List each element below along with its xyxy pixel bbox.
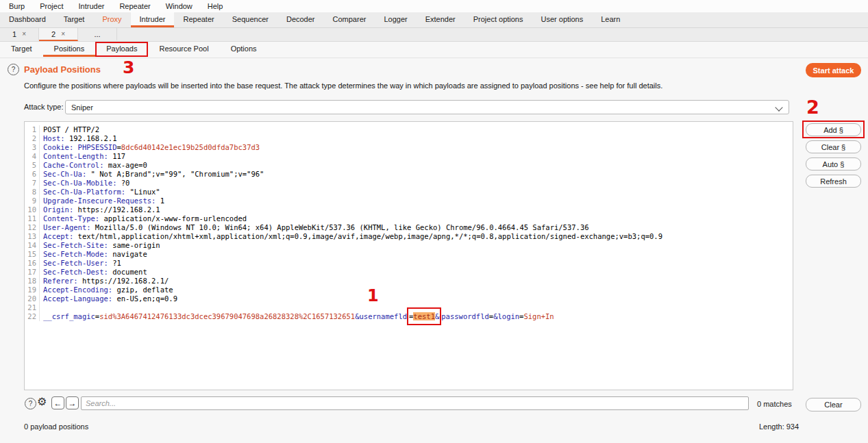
annotation-box-payload: =test1& [407,307,441,325]
main-tab-intruder[interactable]: Intruder [131,12,175,27]
line-text: Sec-Fetch-Dest: document [40,268,147,277]
section-tab-payloads[interactable]: Payloads [95,42,148,57]
line-number: 22 [25,312,40,321]
main-tab-sequencer[interactable]: Sequencer [223,12,277,27]
line-text: Sec-Fetch-Site: same-origin [40,241,160,250]
main-tab-comparer[interactable]: Comparer [324,12,375,27]
intruder-attack-tab-bar: 1×2×... [0,28,868,42]
attack-tab-2[interactable]: 2× [39,28,78,41]
line-number: 15 [25,250,40,259]
menu-intruder[interactable]: Intruder [71,2,112,10]
annotation-step-1: 1 [367,286,379,305]
request-token: &usernamefld [355,312,407,320]
main-tab-logger[interactable]: Logger [375,12,416,27]
menu-repeater[interactable]: Repeater [112,2,158,10]
request-token: &login [493,312,519,320]
menu-project[interactable]: Project [32,2,71,10]
request-token: User-Agent: [43,223,91,231]
menu-window[interactable]: Window [158,2,200,10]
payload-positions-count: 0 payload positions [24,422,88,431]
request-token: Accept-Language: [43,294,112,303]
line-text: Referer: https://192.168.2.1/ [40,277,169,286]
attack-tab-1[interactable]: 1× [0,28,39,41]
request-token: & [435,312,439,320]
line-text: Cache-Control: max-age=0 [40,161,147,170]
main-tab-decoder[interactable]: Decoder [277,12,324,27]
line-number: 18 [25,277,40,286]
request-token: Cache-Control: [43,161,104,169]
line-number: 14 [25,241,40,250]
help-glyph: ? [29,400,33,407]
tab-close-icon[interactable]: × [22,30,26,38]
attack-tab-[interactable]: ... [78,28,117,41]
line-number: 4 [25,152,40,161]
search-help-icon[interactable]: ? [25,398,36,409]
menu-help[interactable]: Help [200,2,231,10]
search-clear-button[interactable]: Clear [806,398,861,412]
help-icon[interactable]: ? [8,64,19,75]
main-tab-project-options[interactable]: Project options [464,12,532,27]
line-text: Origin: https://192.168.2.1 [40,205,160,214]
menu-burp[interactable]: Burp [1,2,32,10]
line-number: 5 [25,161,40,170]
main-tab-extender[interactable]: Extender [417,12,464,27]
line-text: Sec-Ch-Ua-Mobile: ?0 [40,179,129,188]
request-token: passwordfld [441,312,489,320]
request-token: Accept-Encoding: [43,286,112,294]
refresh-button[interactable]: Refresh [806,175,861,188]
main-tab-user-options[interactable]: User options [532,12,592,27]
attack-tab-label: ... [94,30,100,38]
request-line: 22__csrf_magic=sid%3A6467412476133dc3dce… [25,312,793,321]
request-token: ?1 [108,259,121,267]
request-line: 10Origin: https://192.168.2.1 [25,205,793,214]
request-line: 20Accept-Language: en-US,en;q=0.9 [25,294,793,303]
request-line: 18Referer: https://192.168.2.1/ [25,277,793,286]
line-number: 1 [25,125,40,134]
chevron-down-icon [775,103,782,111]
add-marker-button[interactable]: Add § [806,123,861,136]
request-token: "Linux" [125,188,160,196]
request-token: 117 [108,152,125,160]
section-tab-positions[interactable]: Positions [43,42,96,57]
start-attack-button[interactable]: Start attack [806,63,861,77]
annotation-step-3: 3 [123,58,134,77]
search-input[interactable] [81,396,749,410]
request-token: 8dc6d40142e1ec19b25d0dfda7bc37d3 [121,143,260,151]
request-token: " Not A;Brand";v="99", "Chromium";v="96" [86,170,264,178]
request-line: 9Upgrade-Insecure-Requests: 1 [25,197,793,205]
request-editor[interactable]: 1POST / HTTP/22Host: 192.168.2.13Cookie:… [24,121,793,390]
request-token: en-US,en;q=0.9 [112,294,177,303]
request-line: 6Sec-Ch-Ua: " Not A;Brand";v="99", "Chro… [25,170,793,179]
request-token: same-origin [108,241,160,249]
attack-type-dropdown[interactable]: Sniper [65,100,789,114]
main-tab-dashboard[interactable]: Dashboard [0,12,55,27]
line-text: POST / HTTP/2 [40,125,99,134]
main-tab-proxy[interactable]: Proxy [93,12,130,27]
request-token: 192.168.2.1 [65,134,117,142]
main-tab-target[interactable]: Target [55,12,94,27]
section-tab-target[interactable]: Target [0,42,43,57]
main-tab-repeater[interactable]: Repeater [174,12,223,27]
request-token: Cookie: [43,143,73,151]
search-next-button[interactable]: → [66,396,79,409]
menu-bar: BurpProjectIntruderRepeaterWindowHelp [0,0,868,12]
line-number: 9 [25,197,40,205]
line-text: Sec-Fetch-User: ?1 [40,259,121,268]
line-number: 7 [25,179,40,188]
line-number: 8 [25,188,40,197]
line-number: 10 [25,205,40,214]
search-previous-button[interactable]: ← [51,396,64,409]
clear-markers-button[interactable]: Clear § [806,140,861,153]
annotation-step-2: 2 [806,97,819,118]
auto-markers-button[interactable]: Auto § [806,157,861,170]
request-token: Origin: [43,205,73,214]
main-tab-learn[interactable]: Learn [592,12,629,27]
line-number: 20 [25,294,40,303]
section-tab-options[interactable]: Options [220,42,268,57]
main-tab-bar: DashboardTargetProxyIntruderRepeaterSequ… [0,12,868,28]
line-number: 21 [25,303,40,312]
tab-close-icon[interactable]: × [61,30,65,38]
section-tab-resource-pool[interactable]: Resource Pool [148,42,219,57]
search-settings-gear-icon[interactable]: ⚙ [37,395,47,408]
request-token: test1 [413,312,435,320]
